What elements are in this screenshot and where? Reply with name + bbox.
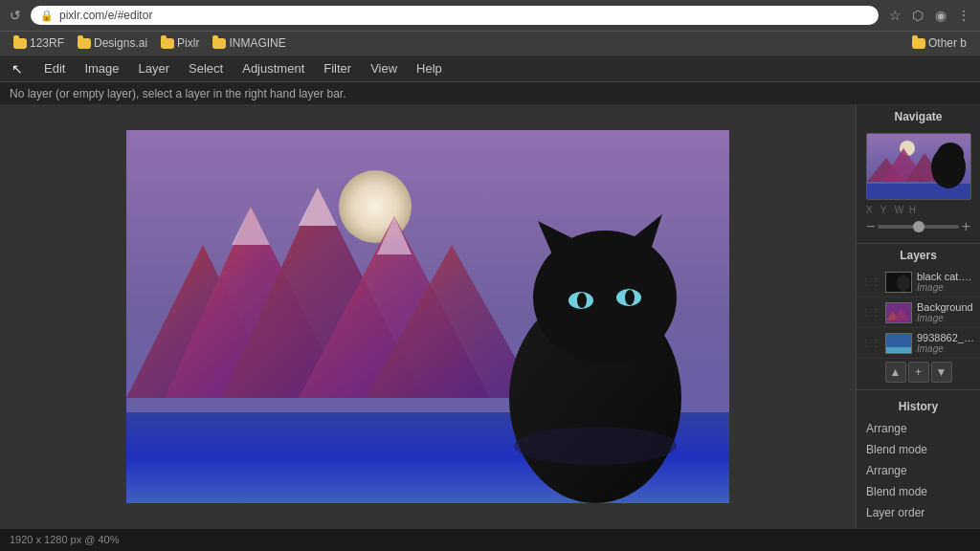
svg-point-19	[514, 427, 677, 465]
layer-move-up-button[interactable]: ▲	[885, 362, 906, 383]
bookmark-label: 123RF	[30, 36, 64, 50]
main-area: Navigate	[0, 105, 980, 528]
navigate-title: Navigate	[857, 105, 980, 128]
x-label: X	[866, 205, 878, 215]
layer-actions: ▲ + ▼	[857, 359, 980, 386]
status-message: No layer (or empty layer), select a laye…	[10, 87, 346, 100]
layer-info-cat: black cat.png Image	[917, 271, 975, 293]
svg-point-29	[897, 275, 910, 292]
bookmark-label: Designs.ai	[94, 36, 147, 50]
bookmark-label: INMAGINE	[229, 36, 285, 50]
layer-name-img: 9938862_l.jpg	[917, 332, 975, 343]
zoom-control: − +	[861, 215, 975, 238]
zoom-slider[interactable]	[878, 225, 958, 229]
navigate-content: X Y W H − +	[857, 128, 980, 243]
zoom-out-button[interactable]: −	[866, 218, 875, 235]
menu-select[interactable]: Select	[179, 57, 233, 79]
canvas-area[interactable]	[0, 105, 856, 528]
svg-rect-34	[886, 347, 912, 354]
layer-move-down-button[interactable]: ▼	[931, 362, 952, 383]
navigate-section: Navigate	[857, 105, 980, 244]
history-item-0[interactable]: Arrange	[861, 418, 975, 439]
history-item-1[interactable]: Blend mode	[861, 439, 975, 460]
bookmarks-right: Other b	[906, 34, 972, 52]
browser-nav-icons: ↺	[8, 8, 23, 23]
bookmark-label: Pixlr	[177, 36, 199, 50]
other-bookmarks-button[interactable]: Other b	[906, 34, 972, 52]
browser-chrome: ↺ 🔒 pixlr.com/e/#editor ☆ ⬡ ◉ ⋮ 123RF De…	[0, 0, 980, 55]
layer-add-button[interactable]: +	[908, 362, 929, 383]
browser-toolbar: ↺ 🔒 pixlr.com/e/#editor ☆ ⬡ ◉ ⋮	[0, 0, 980, 31]
menu-filter[interactable]: Filter	[314, 57, 361, 79]
right-panel: Navigate	[856, 105, 980, 528]
nav-thumb-svg	[867, 134, 971, 200]
nav-coords: X Y W H	[861, 205, 975, 215]
menu-help[interactable]: Help	[407, 57, 452, 79]
bookmark-designsai[interactable]: Designs.ai	[72, 34, 153, 52]
layer-type-bg: Image	[917, 313, 975, 323]
layers-section: Layers ⋮⋮ black cat.png Image ⋮⋮	[857, 244, 980, 390]
layer-thumbnail-bg	[885, 302, 912, 323]
reload-icon[interactable]: ↺	[8, 8, 23, 23]
status-bar: No layer (or empty layer), select a laye…	[0, 82, 980, 105]
folder-icon	[78, 38, 91, 49]
layer-item-img[interactable]: ⋮⋮ 9938862_l.jpg Image	[857, 328, 980, 359]
drag-handle: ⋮⋮	[861, 276, 880, 287]
bookmarks-bar: 123RF Designs.ai Pixlr INMAGINE Other b	[0, 31, 980, 55]
y-label: Y	[880, 205, 892, 215]
folder-icon	[161, 38, 174, 49]
menu-layer[interactable]: Layer	[129, 57, 180, 79]
layer-thumbnail-cat	[885, 272, 912, 293]
other-bookmarks-label: Other b	[928, 36, 967, 50]
h-label: H	[909, 205, 916, 215]
menu-adjustment[interactable]: Adjustment	[233, 57, 314, 79]
menu-icon[interactable]: ⋮	[955, 7, 972, 24]
svg-point-17	[577, 293, 587, 308]
folder-icon	[212, 38, 226, 49]
layer-name-cat: black cat.png	[917, 271, 975, 282]
layer-type-img: Image	[917, 343, 975, 354]
bookmark-123rf[interactable]: 123RF	[8, 34, 70, 52]
layer-type-cat: Image	[917, 282, 975, 293]
layer-item-cat[interactable]: ⋮⋮ black cat.png Image	[857, 267, 980, 298]
history-section: History Arrange Blend mode Arrange Blend…	[857, 390, 980, 528]
move-tool-icon[interactable]: ↖	[8, 61, 27, 77]
history-item-2[interactable]: Arrange	[861, 460, 975, 481]
folder-icon	[912, 38, 925, 49]
app-container: ↖ Edit Image Layer Select Adjustment Fil…	[0, 55, 980, 549]
drag-handle: ⋮⋮	[861, 338, 880, 348]
star-icon[interactable]: ☆	[886, 7, 903, 24]
layer-thumbnail-img	[885, 333, 912, 354]
menu-view[interactable]: View	[361, 57, 407, 79]
svg-point-18	[625, 290, 635, 305]
address-bar[interactable]: 🔒 pixlr.com/e/#editor	[31, 6, 879, 25]
layer-name-bg: Background	[917, 301, 975, 313]
canvas-dimensions: 1920 x 1280 px @ 40%	[10, 534, 120, 545]
history-title: History	[861, 395, 975, 418]
layer-info-img: 9938862_l.jpg Image	[917, 332, 975, 354]
navigate-thumbnail[interactable]	[866, 133, 971, 200]
history-item-4[interactable]: Layer order	[861, 502, 975, 523]
bookmark-inmagine[interactable]: INMAGINE	[207, 34, 291, 52]
svg-point-27	[937, 143, 964, 167]
w-label: W	[895, 205, 906, 215]
url-text: pixlr.com/e/#editor	[59, 9, 152, 22]
browser-actions: ☆ ⬡ ◉ ⋮	[886, 7, 972, 24]
zoom-handle[interactable]	[913, 221, 924, 232]
drag-handle: ⋮⋮	[861, 307, 880, 318]
folder-icon	[13, 38, 27, 49]
profile-icon[interactable]: ◉	[932, 7, 949, 24]
canvas-wrapper	[126, 130, 729, 503]
layer-info-bg: Background Image	[917, 301, 975, 323]
layer-item-background[interactable]: ⋮⋮ Background Image	[857, 298, 980, 328]
canvas-svg	[126, 130, 729, 503]
menu-edit[interactable]: Edit	[34, 57, 75, 79]
menu-image[interactable]: Image	[75, 57, 128, 79]
zoom-in-button[interactable]: +	[962, 218, 970, 235]
bottom-status: 1920 x 1280 px @ 40%	[0, 528, 980, 549]
extensions-icon[interactable]: ⬡	[909, 7, 926, 24]
bookmark-pixlr[interactable]: Pixlr	[155, 34, 205, 52]
menu-bar: ↖ Edit Image Layer Select Adjustment Fil…	[0, 55, 980, 82]
layers-title: Layers	[857, 244, 980, 267]
history-item-3[interactable]: Blend mode	[861, 481, 975, 502]
